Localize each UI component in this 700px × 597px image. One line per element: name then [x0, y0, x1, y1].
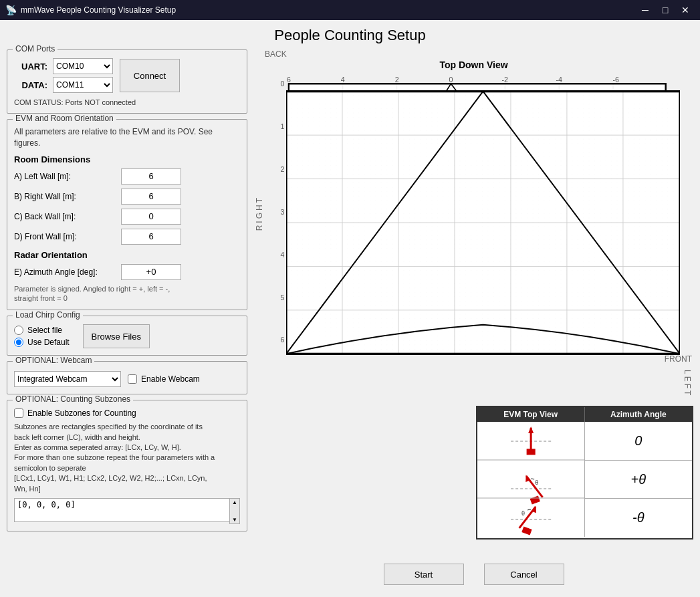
- data-label: DATA:: [14, 80, 47, 90]
- com-rows-left: UART: COM10 COM9 COM11 DATA: CO: [14, 58, 113, 93]
- com-rows-group: UART: COM10 COM9 COM11 DATA: CO: [14, 58, 240, 93]
- uart-select[interactable]: COM10 COM9 COM11: [53, 58, 113, 74]
- svg-rect-46: [527, 449, 535, 455]
- param-row-d: D) Front Wall [m]:: [14, 229, 240, 245]
- app-title: mmWave People Counting Visualizer Setup: [21, 5, 632, 15]
- param-input-e[interactable]: [121, 264, 181, 280]
- data-select[interactable]: COM11 COM10 COM9: [53, 77, 113, 93]
- select-file-radio[interactable]: [14, 326, 23, 335]
- close-button[interactable]: ✕: [676, 3, 695, 17]
- evm-col1-header: EVM Top View: [477, 407, 585, 422]
- param-label-d: D) Front Wall [m]:: [14, 232, 121, 241]
- use-default-radio-row[interactable]: Use Default: [14, 338, 70, 347]
- evm-angle-minus: -θ: [585, 499, 692, 537]
- evm-col-right: 0 +θ -θ: [585, 422, 692, 537]
- svg-text:θ: θ: [535, 479, 538, 486]
- window-controls: ─ □ ✕: [636, 3, 695, 17]
- com-ports-content: UART: COM10 COM9 COM11 DATA: CO: [14, 54, 240, 106]
- param-input-b[interactable]: [121, 189, 181, 205]
- subzone-desc-4: For more than one subzone repeat the fou…: [14, 453, 215, 461]
- subzone-textarea[interactable]: [0, 0, 0, 0]: [14, 498, 240, 522]
- cancel-button[interactable]: Cancel: [484, 564, 564, 585]
- start-button[interactable]: Start: [384, 564, 464, 585]
- enable-subzones-checkbox[interactable]: [14, 408, 23, 418]
- svg-line-55: [519, 504, 535, 531]
- browse-files-button[interactable]: Browse Files: [83, 324, 150, 348]
- use-default-radio[interactable]: [14, 338, 23, 347]
- com-ports-group: COM Ports UART: COM10 COM9 COM11: [7, 49, 247, 114]
- svg-text:-2: -2: [502, 76, 509, 84]
- param-label-c: C) Back Wall [m]:: [14, 212, 121, 221]
- subzone-desc-2: back left corner (LC), width and height.: [14, 433, 140, 441]
- back-label: BACK: [265, 49, 287, 59]
- room-dim-title: Room Dimensions: [14, 154, 240, 164]
- chart-svg: 6 4 2 0 -2 -4 -6 0 1 2 3 4: [267, 73, 680, 358]
- subzones-group: OPTIONAL: Counting Subzones Enable Subzo…: [7, 400, 247, 531]
- select-file-radio-row[interactable]: Select file: [14, 326, 70, 335]
- right-panel: BACK RIGHT FRONT LEFT Top Down View: [254, 49, 693, 590]
- bottom-buttons: Start Cancel: [254, 558, 693, 590]
- param-row-a: A) Left Wall [m]:: [14, 168, 240, 185]
- subzone-content: Enable Subzones for Counting Subzones ar…: [14, 404, 240, 524]
- top-view-svg: [286, 88, 680, 358]
- svg-text:-6: -6: [613, 76, 620, 84]
- evm-angle-plus: +θ: [585, 461, 692, 499]
- enable-webcam-checkbox[interactable]: [128, 374, 137, 384]
- chirp-config-group: Load Chirp Config Select file Use Defaul…: [7, 316, 247, 356]
- chirp-radio-group: Select file Use Default: [14, 326, 70, 347]
- svg-text:2: 2: [281, 165, 285, 173]
- chirp-content: Select file Use Default Browse Files: [14, 320, 240, 348]
- connect-button[interactable]: Connect: [120, 59, 180, 92]
- param-input-a[interactable]: [121, 168, 181, 185]
- webcam-title: OPTIONAL: Webcam: [13, 356, 94, 365]
- svg-text:6: 6: [287, 76, 291, 84]
- svg-text:θ: θ: [521, 510, 525, 517]
- svg-text:0: 0: [449, 76, 453, 84]
- param-row-e: E) Azimuth Angle [deg]:: [14, 264, 240, 280]
- content-area: COM Ports UART: COM10 COM9 COM11: [0, 49, 700, 597]
- uart-label: UART:: [14, 62, 47, 72]
- evm-col2-header: Azimuth Angle: [585, 407, 692, 422]
- top-view-area: BACK RIGHT FRONT LEFT Top Down View: [254, 49, 693, 400]
- bottom-row: EVM Top View Azimuth Angle: [254, 406, 693, 553]
- app-icon: 📡: [5, 5, 17, 15]
- subzone-desc-7: Wn, Hn]: [14, 485, 41, 493]
- webcam-select[interactable]: Integrated Webcam: [14, 371, 121, 387]
- select-file-label: Select file: [27, 326, 62, 335]
- svg-text:-4: -4: [556, 76, 562, 84]
- param-label-a: A) Left Wall [m]:: [14, 172, 121, 181]
- uart-row: UART: COM10 COM9 COM11: [14, 58, 113, 74]
- scroll-up-icon[interactable]: ▲: [232, 499, 237, 505]
- right-label: RIGHT: [255, 196, 264, 231]
- titlebar: 📡 mmWave People Counting Visualizer Setu…: [0, 0, 700, 20]
- svg-text:1: 1: [281, 122, 285, 130]
- svg-text:5: 5: [281, 293, 285, 302]
- webcam-content: Integrated Webcam Enable Webcam: [14, 366, 240, 387]
- angle-value-plus: +θ: [631, 472, 647, 487]
- evm-room-group: EVM and Room Orientation All parameters …: [7, 119, 247, 310]
- param-row-c: C) Back Wall [m]:: [14, 209, 240, 225]
- azimuth-hint: Parameter is signed. Angled to right = +…: [14, 284, 240, 304]
- param-label-e: E) Azimuth Angle [deg]:: [14, 267, 121, 277]
- minimize-button[interactable]: ─: [636, 3, 655, 17]
- evm-angle-0: 0: [585, 422, 692, 461]
- left-label: LEFT: [683, 370, 692, 397]
- subzone-desc-5: semicolon to seperate: [14, 464, 86, 472]
- com-status: COM STATUS: Ports NOT connected: [14, 98, 240, 106]
- svg-rect-51: [530, 496, 540, 504]
- scroll-down-icon[interactable]: ▼: [232, 517, 237, 523]
- chart-container: Top Down View: [267, 59, 680, 360]
- subzone-desc-6: [LCx1, LCy1, W1, H1; LCx2, LCy2, W2, H2;…: [14, 474, 207, 482]
- enable-webcam-row[interactable]: Enable Webcam: [128, 374, 200, 384]
- maximize-button[interactable]: □: [656, 3, 675, 17]
- evm-col-left: θ: [477, 422, 585, 537]
- param-input-d[interactable]: [121, 229, 181, 245]
- evm-room-title: EVM and Room Orientation: [13, 114, 116, 123]
- webcam-group: OPTIONAL: Webcam Integrated Webcam Enabl…: [7, 361, 247, 394]
- main-container: People Counting Setup COM Ports UART: CO…: [0, 20, 700, 597]
- evm-diagram: EVM Top View Azimuth Angle: [476, 406, 694, 540]
- param-input-c[interactable]: [121, 209, 181, 225]
- enable-subzones-label: Enable Subzones for Counting: [27, 408, 136, 418]
- enable-subzones-row[interactable]: Enable Subzones for Counting: [14, 408, 240, 418]
- angle-value-0: 0: [634, 433, 642, 449]
